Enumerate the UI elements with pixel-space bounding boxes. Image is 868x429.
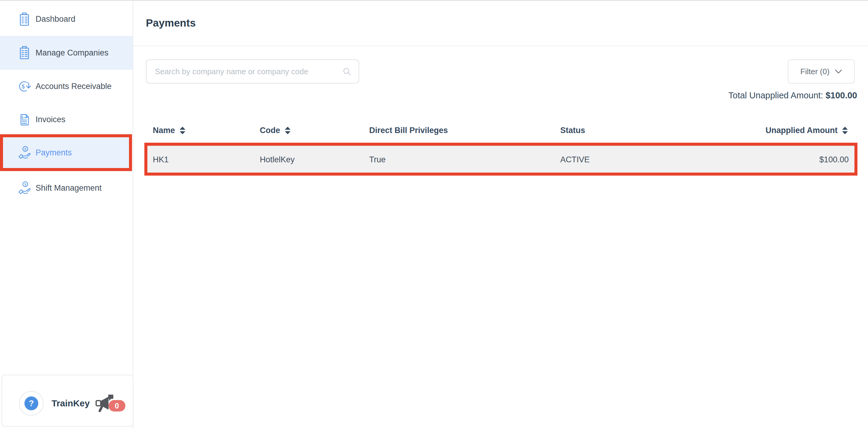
search-input[interactable] (147, 67, 342, 76)
search-icon (342, 67, 351, 76)
cell-unapplied-amount: $100.00 (819, 155, 849, 165)
sidebar-item-accounts-receivable[interactable]: $ Accounts Receivable (0, 70, 133, 103)
filter-button[interactable]: Filter (0) (788, 59, 855, 84)
building-icon (18, 12, 31, 26)
building-icon (18, 46, 31, 60)
total-unapplied-label: Total Unapplied Amount: (728, 90, 823, 100)
page-title: Payments (146, 17, 195, 29)
chevron-down-icon (835, 69, 842, 74)
main-content: Payments Filter (0) Total Unapplied Amou… (133, 0, 868, 429)
column-header-unapplied-amount[interactable]: Unapplied Amount (766, 126, 848, 135)
sidebar-item-label: Manage Companies (36, 48, 108, 58)
sidebar-item-label: Invoices (36, 115, 65, 124)
cell-code: HotlelKey (260, 155, 369, 165)
sidebar-item-label: Payments (36, 148, 72, 158)
column-header-code[interactable]: Code (260, 126, 369, 135)
invoice-icon: $ (18, 113, 31, 127)
svg-text:$: $ (24, 147, 27, 151)
sidebar-item-shift-management[interactable]: $ Shift Management (0, 171, 133, 205)
sidebar-footer-card: ? TrainKey 0 (1, 375, 133, 427)
search-box (146, 59, 359, 84)
svg-text:$: $ (22, 116, 24, 120)
svg-text:$: $ (22, 84, 25, 90)
column-header-status: Status (560, 126, 717, 135)
filter-label: Filter (0) (801, 67, 830, 76)
brand-trainkey: TrainKey (52, 398, 90, 408)
hand-coin-icon: $ (18, 181, 31, 195)
sidebar-item-label: Dashboard (36, 15, 75, 24)
sort-icon (842, 126, 848, 135)
column-header-name[interactable]: Name (153, 126, 260, 135)
hand-coin-icon: $ (18, 146, 31, 160)
sidebar-item-dashboard[interactable]: Dashboard (0, 2, 133, 36)
column-header-direct-bill-privileges: Direct Bill Privileges (369, 126, 560, 135)
app-window: Dashboard Manage Companies $ Accounts (0, 0, 868, 429)
window-top-edge (0, 0, 868, 1)
sort-icon (179, 126, 186, 135)
notification-badge: 0 (108, 400, 125, 411)
cell-status: ACTIVE (560, 155, 717, 165)
sidebar: Dashboard Manage Companies $ Accounts (0, 0, 133, 429)
total-unapplied-line: Total Unapplied Amount:$100.00 (728, 90, 857, 101)
cell-direct-bill: True (369, 155, 560, 165)
sidebar-item-manage-companies[interactable]: Manage Companies (0, 36, 133, 70)
svg-text:$: $ (24, 182, 27, 186)
table-row[interactable]: HK1 HotlelKey True ACTIVE $100.00 (147, 146, 855, 173)
sidebar-item-invoices[interactable]: $ Invoices (0, 103, 133, 136)
annotation-box-payment-row: HK1 HotlelKey True ACTIVE $100.00 (144, 143, 858, 176)
help-button[interactable]: ? (19, 391, 44, 416)
table-header-row: Name Code Direct Bill Privileges Status … (153, 122, 848, 139)
cell-name: HK1 (153, 155, 260, 165)
header-divider (133, 46, 868, 46)
sidebar-item-label: Shift Management (36, 183, 101, 193)
sidebar-item-label: Accounts Receivable (36, 82, 112, 91)
total-unapplied-value: $100.00 (826, 90, 857, 100)
dollar-refresh-icon: $ (18, 80, 31, 93)
annotation-box-payments: $ Payments (0, 134, 132, 171)
sort-icon (284, 126, 291, 135)
sidebar-item-payments[interactable]: $ Payments (3, 137, 129, 168)
question-mark-icon: ? (24, 396, 38, 410)
